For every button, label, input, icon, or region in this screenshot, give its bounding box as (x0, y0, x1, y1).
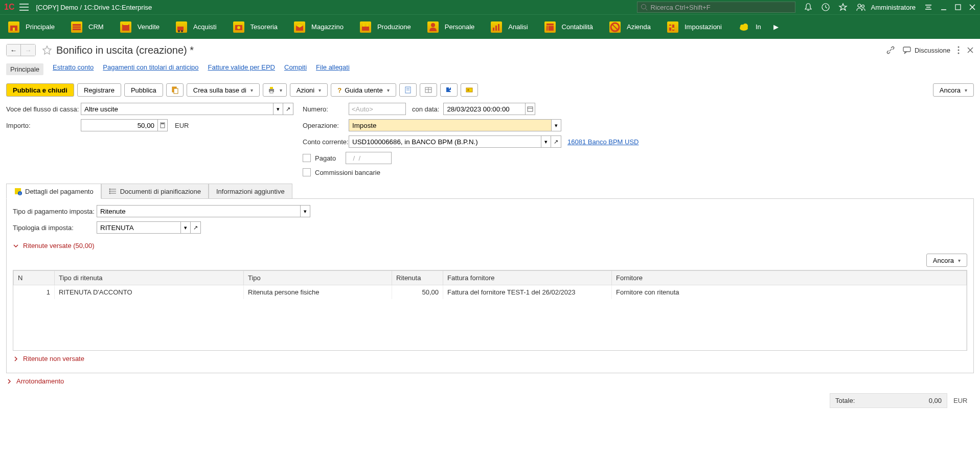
amount-calc-button[interactable] (157, 119, 168, 131)
section-ritenute-versate[interactable]: Ritenute versate (50,00) (13, 238, 967, 254)
docnav-epd[interactable]: Fatture valide per EPD (208, 63, 275, 75)
app-logo: 1C (4, 3, 14, 12)
nav-scroll-right[interactable]: ▶ (769, 23, 783, 31)
nav-produzione[interactable]: Produzione (352, 15, 419, 39)
operation-input[interactable] (349, 119, 551, 131)
svg-point-67 (467, 89, 469, 91)
nav-acquisti[interactable]: Acquisti (168, 15, 225, 39)
more-actions-icon[interactable] (958, 46, 960, 55)
nav-vendite[interactable]: Vendite (112, 15, 168, 39)
svg-rect-49 (903, 47, 910, 52)
grid-row[interactable]: 1 RITENUTA D'ACCONTO Ritenuta persone fi… (14, 285, 967, 300)
paid-date-input[interactable] (346, 152, 392, 164)
date-input[interactable] (443, 103, 525, 115)
document-nav: Principale Estratto conto Pagamenti con … (0, 61, 980, 80)
maximize-icon[interactable] (954, 4, 962, 11)
purchases-icon (176, 21, 187, 33)
discussion-button[interactable]: Discussione (902, 46, 950, 55)
operation-dropdown[interactable]: ▾ (551, 119, 561, 131)
actions-button[interactable]: Azioni (290, 83, 328, 97)
commissions-checkbox[interactable] (303, 168, 311, 176)
svg-rect-23 (177, 27, 184, 31)
svg-rect-22 (122, 25, 129, 31)
tax-type-dropdown[interactable]: ▾ (180, 221, 191, 234)
copy-doc-button[interactable] (166, 83, 184, 97)
nav-analisi[interactable]: Analisi (483, 15, 536, 39)
nav-impostazioni[interactable]: Impostazioni (659, 15, 730, 39)
user-name[interactable]: Amministratore (871, 4, 916, 11)
grid-more-button[interactable]: Ancora (926, 254, 967, 267)
tax-payment-type-dropdown[interactable]: ▾ (300, 205, 310, 217)
main-navbar: Principale CRM Vendite Acquisti Tesoreri… (0, 14, 980, 39)
nav-personale[interactable]: Personale (419, 15, 483, 39)
cashflow-input[interactable] (81, 103, 273, 115)
date-picker-button[interactable] (525, 103, 535, 115)
docnav-estratto[interactable]: Estratto conto (53, 63, 94, 75)
close-window-icon[interactable] (969, 4, 976, 11)
settings-icon[interactable] (924, 3, 933, 12)
paid-checkbox[interactable] (303, 154, 311, 162)
back-button[interactable]: ← (7, 44, 21, 56)
number-label: Numero: (303, 105, 349, 113)
accounting-icon (544, 21, 556, 33)
sales-icon (120, 21, 131, 33)
user-card-button[interactable] (461, 83, 478, 97)
minimize-icon[interactable] (940, 4, 947, 11)
grid-button[interactable] (420, 83, 437, 97)
notifications-icon[interactable] (804, 3, 813, 12)
nav-contabilita[interactable]: Contabilità (536, 15, 601, 39)
favorite-star-icon[interactable] (42, 45, 52, 55)
number-input[interactable] (349, 103, 406, 115)
nav-azienda[interactable]: Azienda (601, 15, 659, 39)
tax-type-input[interactable] (97, 221, 180, 234)
nav-tesoreria[interactable]: Tesoreria (225, 15, 286, 39)
tab-planning-docs[interactable]: Documenti di pianificazione (101, 184, 209, 198)
account-input[interactable] (349, 135, 541, 148)
register-button[interactable]: Registrare (77, 83, 121, 97)
detail-tabs: i Dettagli del pagamento Documenti di pi… (6, 184, 974, 199)
close-page-icon[interactable] (967, 47, 974, 54)
more-button[interactable]: Ancora (933, 83, 974, 97)
nav-crm[interactable]: CRM (63, 15, 112, 39)
docnav-anticipo[interactable]: Pagamenti con titolari di anticipo (103, 63, 198, 75)
cashflow-dropdown[interactable]: ▾ (273, 103, 283, 115)
nav-magazzino[interactable]: Magazzino (286, 15, 352, 39)
docnav-compiti[interactable]: Compiti (284, 63, 307, 75)
help-button[interactable]: ?Guida utente (331, 83, 396, 97)
account-open[interactable]: ↗ (551, 135, 561, 148)
docnav-allegati[interactable]: File allegati (316, 63, 350, 75)
report-button[interactable] (399, 83, 417, 97)
main-menu-icon[interactable] (19, 4, 29, 11)
users-icon[interactable] (856, 3, 866, 12)
post-button[interactable]: Pubblica (124, 83, 163, 97)
svg-rect-58 (270, 87, 273, 89)
create-based-on-button[interactable]: Crea sulla base di (187, 83, 260, 97)
amount-input[interactable] (81, 119, 157, 131)
puzzle-button[interactable] (440, 83, 458, 97)
date-label: con data: (412, 105, 440, 113)
nav-principale[interactable]: Principale (0, 15, 63, 39)
forward-button[interactable]: → (21, 44, 35, 56)
tax-payment-type-input[interactable] (97, 205, 300, 217)
svg-point-43 (669, 26, 671, 28)
section-ritenute-non-versate[interactable]: Ritenute non versate (13, 351, 967, 367)
nav-overflow[interactable]: In (730, 15, 769, 39)
docnav-principale[interactable]: Principale (6, 63, 43, 75)
hr-icon (427, 21, 439, 33)
post-and-close-button[interactable]: Pubblica e chiudi (6, 83, 74, 97)
cashflow-open[interactable]: ↗ (283, 103, 293, 115)
tab-additional-info[interactable]: Informazioni aggiuntive (209, 184, 292, 198)
account-dropdown[interactable]: ▾ (541, 135, 551, 148)
global-search-input[interactable]: Ricerca Ctrl+Shift+F (637, 2, 795, 13)
chevron-right-icon (13, 356, 20, 362)
operation-label: Operazione: (303, 122, 349, 129)
print-button[interactable] (263, 83, 287, 97)
svg-line-4 (645, 9, 647, 11)
account-link[interactable]: 16081 Banco BPM USD (567, 138, 639, 146)
history-icon[interactable] (821, 3, 830, 12)
link-icon[interactable] (886, 46, 895, 55)
favorites-icon[interactable] (838, 3, 848, 12)
tab-payment-details[interactable]: i Dettagli del pagamento (6, 184, 101, 199)
tax-type-open[interactable]: ↗ (191, 221, 201, 234)
section-arrotondamento[interactable]: Arrotondamento (0, 373, 980, 389)
